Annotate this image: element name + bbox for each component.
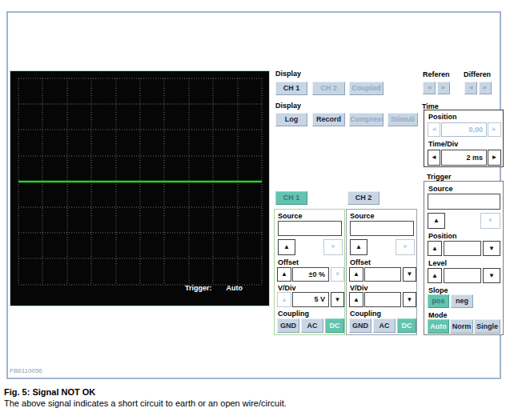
caption-title: Fig. 5: Signal NOT OK [4,387,95,397]
ch1-coupling-ac-button[interactable]: AC [301,318,323,333]
trigger-source-field[interactable] [428,194,500,210]
down-arrow-icon: ▼ [330,243,336,250]
up-arrow-icon: ▲ [432,245,438,252]
referen-next-button[interactable]: ► [437,82,450,94]
time-position-field[interactable]: 0,00 [441,122,487,137]
slope-pos-button[interactable]: pos [428,294,449,308]
trigger-group: Source ▲ ▼ Position ▲ ▼ Level ▲ ▼ Slope … [424,181,504,335]
trigger-status-value: Auto [227,284,243,292]
scope-display: Trigger: Auto [10,70,270,306]
ch1-offset-down-button[interactable]: ▼ [331,267,344,282]
ch1-display-button[interactable]: CH 1 [275,82,307,95]
trigger-position-field[interactable] [444,241,481,256]
ch2-source-field[interactable] [350,221,414,236]
ch2-display-button[interactable]: CH 2 [312,82,345,95]
ch2-coupling-dc-button[interactable]: DC [397,318,416,333]
referen-prev-button[interactable]: ◄ [423,82,436,94]
time-div-increment-button[interactable]: ► [488,150,501,166]
ch1-tab-button[interactable]: CH 1 [275,191,307,205]
ch1-source-up-button[interactable]: ▲ [278,239,295,255]
scope-grid [10,71,269,306]
down-arrow-icon: ▼ [488,245,495,252]
ch1-source-field[interactable] [278,221,342,236]
coupled-display-button[interactable]: Coupled [349,82,384,95]
time-position-decrement-button[interactable]: ◄ [428,122,440,137]
ch1-vdiv-field[interactable]: 5 V [292,292,329,307]
figure-code: FB6110056 [10,367,42,374]
stimuli-button[interactable]: Stimuli [388,113,418,126]
ch2-tab-button[interactable]: CH 2 [347,191,379,205]
caption-body: The above signal indicates a short circu… [4,398,287,408]
record-button[interactable]: Record [312,113,345,126]
ch2-coupling-label: Coupling [350,310,381,318]
ch1-vdiv-down-button[interactable]: ▼ [331,292,344,307]
time-position-increment-button[interactable]: ► [488,122,501,137]
up-arrow-icon: ▲ [432,272,438,279]
ch1-coupling-gnd-button[interactable]: GND [277,318,299,333]
slope-neg-button[interactable]: neg [451,294,473,308]
trigger-source-down-button[interactable]: ▼ [480,213,500,229]
ch2-coupling-ac-button[interactable]: AC [373,318,396,333]
differen-next-button[interactable]: ► [479,82,492,94]
compress-button[interactable]: Compress [349,113,384,126]
time-div-label: Time/Div [428,140,458,148]
right-arrow-icon: ► [492,126,498,133]
ch1-offset-label: Offset [278,258,299,266]
right-arrow-icon: ► [482,84,488,91]
time-div-decrement-button[interactable]: ◄ [428,150,440,166]
ch1-vdiv-up-button[interactable]: ▲ [277,292,291,307]
time-div-field[interactable]: 2 ms [441,150,487,166]
ch2-offset-up-button[interactable]: ▲ [349,267,363,282]
trigger-status-label: Trigger: [185,284,212,292]
ch1-vdiv-label: V/Div [278,284,296,292]
differen-prev-button[interactable]: ◄ [464,82,477,94]
ch2-panel: Source ▲ ▼ Offset ▲ ▼ V/Div ▲ ▼ Coupling… [346,209,417,335]
ch2-vdiv-field[interactable] [364,292,401,307]
up-arrow-icon: ▲ [281,296,287,303]
ch2-offset-down-button[interactable]: ▼ [403,267,416,282]
down-arrow-icon: ▼ [488,272,495,279]
down-arrow-icon: ▼ [335,270,341,278]
up-arrow-icon: ▲ [355,243,362,250]
up-arrow-icon: ▲ [353,296,359,303]
ch2-source-down-button[interactable]: ▼ [396,239,415,255]
ch1-offset-field[interactable]: ±0 % [292,267,329,282]
right-arrow-icon: ► [440,84,447,91]
differen-label: Differen [464,70,491,78]
down-arrow-icon: ▼ [335,296,341,303]
time-group: Position ◄ 0,00 ► Time/Div ◄ 2 ms ► [424,110,504,167]
mode-single-button[interactable]: Single [474,319,500,334]
ch2-source-up-button[interactable]: ▲ [350,239,367,255]
up-arrow-icon: ▲ [353,270,359,278]
mode-auto-button[interactable]: Auto [428,319,449,334]
ch2-coupling-gnd-button[interactable]: GND [349,318,371,333]
trigger-level-field[interactable] [444,268,481,283]
ch2-vdiv-up-button[interactable]: ▲ [349,292,363,307]
ch1-offset-up-button[interactable]: ▲ [277,267,291,282]
ch2-offset-field[interactable] [364,267,401,282]
trigger-position-down-button[interactable]: ▼ [483,241,500,256]
left-arrow-icon: ◄ [426,84,432,91]
ch1-coupling-label: Coupling [278,310,309,318]
down-arrow-icon: ▼ [402,243,408,250]
ch2-vdiv-down-button[interactable]: ▼ [403,292,416,307]
ch2-source-label: Source [350,212,375,220]
display-modes-label: Display [275,102,301,110]
up-arrow-icon: ▲ [433,217,440,224]
down-arrow-icon: ▼ [407,296,413,303]
trigger-level-down-button[interactable]: ▼ [483,268,500,283]
trigger-position-up-button[interactable]: ▲ [428,241,442,256]
trigger-level-up-button[interactable]: ▲ [428,268,442,283]
down-arrow-icon: ▼ [407,270,413,278]
ch1-source-down-button[interactable]: ▼ [323,239,343,255]
ch1-panel: Source ▲ ▼ Offset ▲ ±0 % ▼ V/Div ▲ 5 V ▼… [274,209,345,335]
time-position-label: Position [428,113,457,121]
log-button[interactable]: Log [275,113,307,126]
ch1-coupling-dc-button[interactable]: DC [325,318,344,333]
mode-norm-button[interactable]: Norm [450,319,473,334]
up-arrow-icon: ▲ [283,243,290,250]
trigger-slope-label: Slope [428,286,448,294]
trigger-mode-label: Mode [428,311,448,319]
trigger-position-label: Position [428,232,457,240]
trigger-source-up-button[interactable]: ▲ [428,213,445,229]
